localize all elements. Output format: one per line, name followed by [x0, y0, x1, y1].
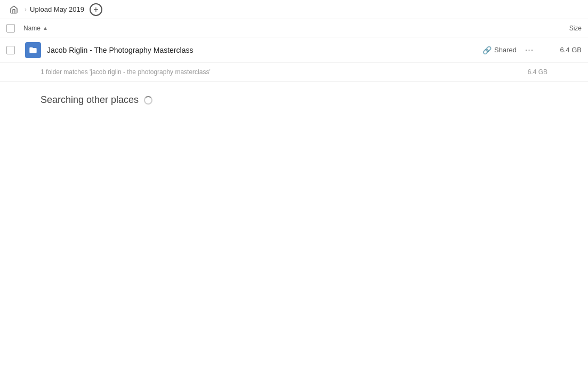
checkbox-box [6, 24, 15, 33]
more-options-button[interactable]: ··· [523, 44, 536, 57]
file-actions: 🔗 Shared ··· [482, 44, 536, 57]
column-size-header[interactable]: Size [539, 25, 582, 32]
search-info-row: 1 folder matches 'jacob riglin - the pho… [0, 63, 588, 82]
folder-icon [25, 42, 41, 58]
breadcrumb-label: Upload May 2019 [30, 5, 84, 13]
file-name: Jacob Riglin - The Photography Mastercla… [47, 46, 482, 54]
home-button[interactable] [6, 2, 21, 17]
link-icon: 🔗 [482, 46, 492, 54]
row-checkbox-box [6, 46, 15, 54]
searching-section: Searching other places [0, 82, 588, 118]
add-button[interactable]: + [90, 3, 102, 16]
file-icon-wrap [23, 42, 43, 58]
shared-badge: 🔗 Shared [482, 46, 517, 54]
header-checkbox[interactable] [6, 24, 23, 33]
breadcrumb-chevron: › [25, 6, 27, 13]
file-checkbox[interactable] [6, 46, 23, 54]
column-name-label: Name [23, 25, 41, 32]
search-info-size: 6.4 GB [528, 68, 547, 76]
column-header: Name ▲ Size [0, 19, 588, 37]
shared-label: Shared [494, 46, 517, 54]
sort-arrow-icon: ▲ [43, 25, 48, 31]
file-row[interactable]: Jacob Riglin - The Photography Mastercla… [0, 37, 588, 63]
loading-spinner [144, 96, 152, 105]
column-name-header[interactable]: Name ▲ [23, 25, 539, 32]
search-info-text: 1 folder matches 'jacob riglin - the pho… [41, 68, 211, 76]
searching-label: Searching other places [41, 94, 139, 106]
column-size-label: Size [569, 25, 582, 32]
top-bar: › Upload May 2019 + [0, 0, 588, 19]
file-size: 6.4 GB [544, 46, 582, 54]
